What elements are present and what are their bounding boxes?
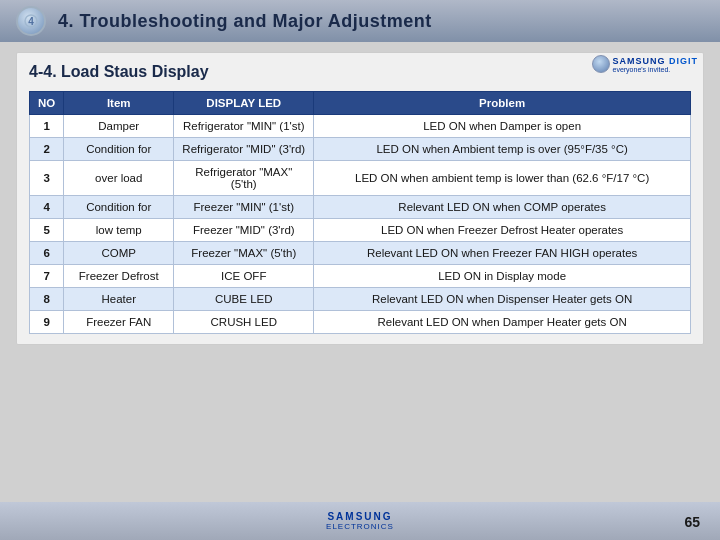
load-status-table: NO Item DISPLAY LED Problem 1DamperRefri… <box>29 91 691 334</box>
table-row: 6COMPFreezer "MAX" (5'th)Relevant LED ON… <box>30 242 691 265</box>
page-number: 65 <box>684 514 700 530</box>
table-cell-no: 3 <box>30 161 64 196</box>
table-cell-item: Condition for <box>64 196 174 219</box>
samsung-logo: SAMSUNG DIGIT everyone's invited. <box>592 55 698 73</box>
table-cell-item: COMP <box>64 242 174 265</box>
table-cell-display_led: Refrigerator "MAX" (5'th) <box>174 161 314 196</box>
samsung-tagline: everyone's invited. <box>612 66 698 73</box>
table-cell-item: low temp <box>64 219 174 242</box>
footer-electronics-text: ELECTRONICS <box>326 522 394 531</box>
table-cell-problem: LED ON when Freezer Defrost Heater opera… <box>314 219 691 242</box>
table-cell-display_led: Refrigerator "MID" (3'rd) <box>174 138 314 161</box>
table-row: 8HeaterCUBE LEDRelevant LED ON when Disp… <box>30 288 691 311</box>
table-cell-problem: Relevant LED ON when Freezer FAN HIGH op… <box>314 242 691 265</box>
table-row: 7Freezer DefrostICE OFFLED ON in Display… <box>30 265 691 288</box>
table-cell-display_led: Freezer "MID" (3'rd) <box>174 219 314 242</box>
footer-logo: SAMSUNG ELECTRONICS <box>326 511 394 531</box>
footer-samsung-text: SAMSUNG <box>327 511 392 522</box>
table-cell-item: Condition for <box>64 138 174 161</box>
table-cell-display_led: ICE OFF <box>174 265 314 288</box>
table-cell-problem: Relevant LED ON when Damper Heater gets … <box>314 311 691 334</box>
page-title: 4. Troubleshooting and Major Adjustment <box>58 11 432 32</box>
table-cell-no: 1 <box>30 115 64 138</box>
table-cell-display_led: Freezer "MAX" (5'th) <box>174 242 314 265</box>
col-item: Item <box>64 92 174 115</box>
header-bar: 4 4. Troubleshooting and Major Adjustmen… <box>0 0 720 42</box>
col-no: NO <box>30 92 64 115</box>
table-row: 2Condition forRefrigerator "MID" (3'rd)L… <box>30 138 691 161</box>
samsung-logo-text: SAMSUNG DIGIT <box>612 56 698 66</box>
table-cell-item: Freezer Defrost <box>64 265 174 288</box>
col-problem: Problem <box>314 92 691 115</box>
table-cell-no: 4 <box>30 196 64 219</box>
header-icon: 4 <box>16 6 46 36</box>
table-cell-item: over load <box>64 161 174 196</box>
table-cell-problem: LED ON when ambient temp is lower than (… <box>314 161 691 196</box>
table-cell-display_led: Freezer "MIN" (1'st) <box>174 196 314 219</box>
section-title: 4-4. Load Staus Display <box>29 63 209 81</box>
main-content: 4-4. Load Staus Display SAMSUNG DIGIT ev… <box>16 52 704 345</box>
table-cell-no: 9 <box>30 311 64 334</box>
table-header-row: NO Item DISPLAY LED Problem <box>30 92 691 115</box>
table-cell-problem: LED ON in Display mode <box>314 265 691 288</box>
table-cell-no: 8 <box>30 288 64 311</box>
table-row: 3over loadRefrigerator "MAX" (5'th)LED O… <box>30 161 691 196</box>
page-container: 4 4. Troubleshooting and Major Adjustmen… <box>0 0 720 540</box>
table-cell-no: 2 <box>30 138 64 161</box>
table-cell-no: 6 <box>30 242 64 265</box>
table-cell-no: 7 <box>30 265 64 288</box>
table-row: 9Freezer FANCRUSH LEDRelevant LED ON whe… <box>30 311 691 334</box>
table-cell-display_led: Refrigerator "MIN" (1'st) <box>174 115 314 138</box>
table-cell-item: Damper <box>64 115 174 138</box>
svg-text:4: 4 <box>28 16 34 27</box>
table-cell-problem: Relevant LED ON when Dispenser Heater ge… <box>314 288 691 311</box>
table-cell-item: Heater <box>64 288 174 311</box>
table-cell-problem: Relevant LED ON when COMP operates <box>314 196 691 219</box>
table-cell-display_led: CUBE LED <box>174 288 314 311</box>
table-row: 1DamperRefrigerator "MIN" (1'st)LED ON w… <box>30 115 691 138</box>
table-row: 4Condition forFreezer "MIN" (1'st)Releva… <box>30 196 691 219</box>
col-display-led: DISPLAY LED <box>174 92 314 115</box>
table-row: 5low tempFreezer "MID" (3'rd)LED ON when… <box>30 219 691 242</box>
table-cell-problem: LED ON when Ambient temp is over (95°F/3… <box>314 138 691 161</box>
table-cell-display_led: CRUSH LED <box>174 311 314 334</box>
table-cell-item: Freezer FAN <box>64 311 174 334</box>
footer-bar: SAMSUNG ELECTRONICS <box>0 502 720 540</box>
table-cell-no: 5 <box>30 219 64 242</box>
table-cell-problem: LED ON when Damper is open <box>314 115 691 138</box>
